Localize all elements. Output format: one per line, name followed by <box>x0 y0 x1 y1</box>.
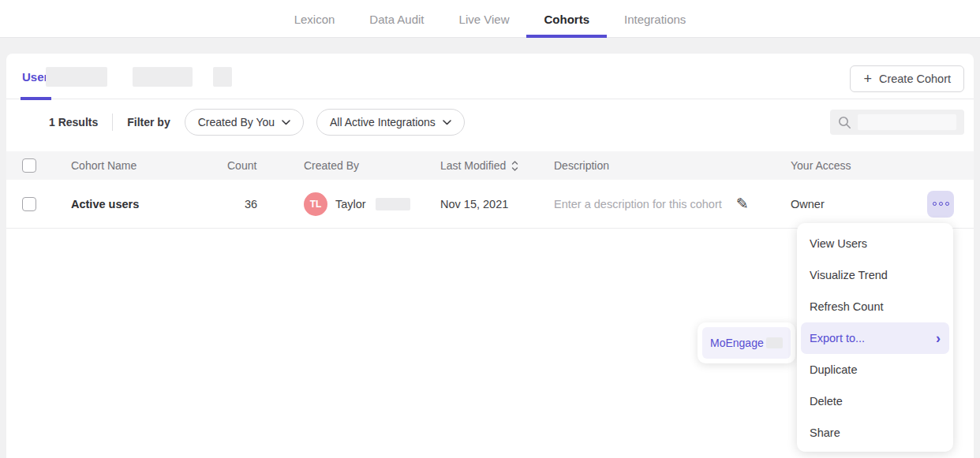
menu-item-label: Export to... <box>810 332 865 344</box>
nav-tab-integrations[interactable]: Integrations <box>607 0 703 38</box>
dot-icon <box>945 202 949 206</box>
nav-tab-cohorts[interactable]: Cohorts <box>526 0 607 38</box>
tab-redacted-3[interactable] <box>213 67 232 87</box>
menu-item-label: Delete <box>810 395 843 408</box>
row-actions-menu-button[interactable] <box>927 191 954 218</box>
cohort-count: 36 <box>227 198 304 210</box>
nav-tab-label: Live View <box>459 13 510 26</box>
menu-item-label: View Users <box>810 237 867 250</box>
top-nav: Lexicon Data Audit Live View Cohorts Int… <box>0 0 980 38</box>
edit-pencil-icon[interactable]: ✎ <box>736 195 749 213</box>
create-cohort-button[interactable]: + Create Cohort <box>850 65 964 92</box>
tab-user-label: User <box>22 70 48 84</box>
table-header: Cohort Name Count Created By Last Modifi… <box>6 151 974 180</box>
description-cell: Enter a description for this cohort ✎ <box>554 195 791 213</box>
header-your-access: Your Access <box>791 159 901 172</box>
chevron-right-icon: › <box>936 331 941 345</box>
chevron-down-icon <box>282 120 290 125</box>
created-by-dropdown[interactable]: Created By You <box>185 109 304 136</box>
dot-icon <box>939 202 943 206</box>
integrations-dropdown-value: All Active Integrations <box>330 116 436 128</box>
export-submenu: MoEngage <box>698 322 795 363</box>
search-input[interactable] <box>830 110 964 135</box>
submenu-item-moengage[interactable]: MoEngage <box>702 327 791 359</box>
nav-tab-lexicon[interactable]: Lexicon <box>277 0 353 38</box>
avatar: TL <box>304 192 327 216</box>
tab-user[interactable]: User <box>22 54 48 99</box>
menu-item-duplicate[interactable]: Duplicate <box>797 354 953 385</box>
menu-item-export-to[interactable]: Export to... › <box>801 322 949 354</box>
menu-item-delete[interactable]: Delete <box>797 385 953 417</box>
filter-bar: 1 Results Filter by Created By You All A… <box>6 99 974 145</box>
chevron-down-icon <box>443 120 451 125</box>
last-modified-value: Nov 15, 2021 <box>440 198 554 210</box>
created-by-dropdown-value: Created By You <box>198 116 275 128</box>
creator-name-redacted <box>376 198 410 210</box>
dot-icon <box>933 202 937 206</box>
cohort-type-tabs: User + Create Cohort <box>6 54 974 99</box>
create-cohort-label: Create Cohort <box>879 73 951 85</box>
header-created-by: Created By <box>304 159 440 172</box>
submenu-redacted-text <box>766 337 783 348</box>
results-count: 1 Results <box>49 116 98 128</box>
nav-tab-data-audit[interactable]: Data Audit <box>352 0 441 38</box>
nav-tab-label: Integrations <box>624 13 686 26</box>
menu-item-label: Visualize Trend <box>810 269 888 281</box>
sort-icon <box>511 161 518 171</box>
menu-item-share[interactable]: Share <box>797 417 953 449</box>
select-all-checkbox[interactable] <box>22 158 36 173</box>
header-description: Description <box>554 159 791 172</box>
divider <box>112 114 113 131</box>
nav-tab-label: Cohorts <box>544 13 589 26</box>
menu-item-label: Share <box>810 426 840 439</box>
header-last-modified-label: Last Modified <box>440 159 506 172</box>
cohort-name-link[interactable]: Active users <box>71 198 227 210</box>
search-icon <box>838 116 851 129</box>
creator-name: Taylor <box>335 198 366 210</box>
menu-item-visualize-trend[interactable]: Visualize Trend <box>797 259 953 291</box>
submenu-item-label: MoEngage <box>710 337 764 349</box>
header-last-modified[interactable]: Last Modified <box>440 159 554 172</box>
table-row: Active users 36 TL Taylor Nov 15, 2021 E… <box>6 180 974 229</box>
menu-item-label: Refresh Count <box>810 300 884 313</box>
menu-item-view-users[interactable]: View Users <box>797 228 953 259</box>
created-by-cell: TL Taylor <box>304 192 440 216</box>
nav-tab-label: Lexicon <box>294 13 335 26</box>
header-count: Count <box>227 159 304 172</box>
plus-icon: + <box>863 72 872 86</box>
search-redacted-text <box>858 114 956 130</box>
filter-by-label: Filter by <box>127 116 170 128</box>
menu-item-refresh-count[interactable]: Refresh Count <box>797 291 953 322</box>
row-context-menu: View Users Visualize Trend Refresh Count… <box>797 223 953 452</box>
nav-tab-live-view[interactable]: Live View <box>442 0 527 38</box>
header-cohort-name: Cohort Name <box>71 159 227 172</box>
tab-redacted-2[interactable] <box>133 67 193 87</box>
nav-tab-label: Data Audit <box>369 13 424 26</box>
tab-redacted-1[interactable] <box>46 67 107 87</box>
menu-item-label: Duplicate <box>810 363 857 376</box>
description-placeholder[interactable]: Enter a description for this cohort <box>554 198 722 210</box>
access-value: Owner <box>791 198 901 210</box>
integrations-dropdown[interactable]: All Active Integrations <box>316 109 465 136</box>
row-checkbox[interactable] <box>22 197 36 211</box>
